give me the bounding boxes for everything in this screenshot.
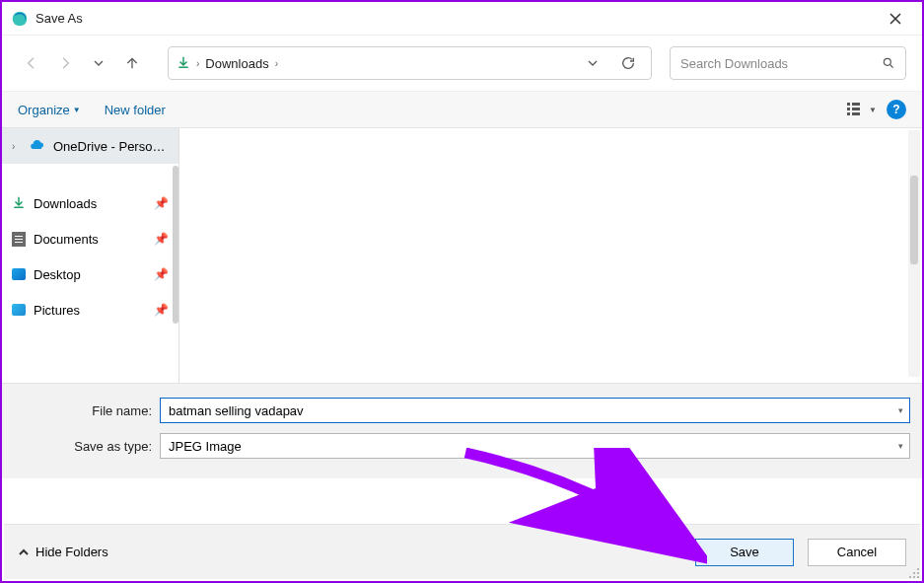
download-icon [12,195,26,212]
download-folder-icon [177,55,190,72]
save-type-combobox[interactable]: JPEG Image ▾ [160,433,910,459]
sidebar-item-desktop[interactable]: Desktop 📌 [2,256,178,292]
view-icon [847,103,863,116]
hide-folders-button[interactable]: Hide Folders [18,545,108,559]
save-button[interactable]: Save [695,539,794,566]
breadcrumb-location[interactable]: Downloads [205,56,268,71]
save-type-label: Save as type: [14,439,152,454]
svg-point-1 [884,58,890,65]
sidebar-item-label: OneDrive - Personal [53,139,169,154]
sidebar-scrollbar[interactable] [173,166,178,324]
desktop-icon [12,268,26,280]
sidebar-item-pictures[interactable]: Pictures 📌 [2,292,178,328]
up-button[interactable] [118,49,146,77]
expand-chevron-icon[interactable]: › [12,141,22,152]
search-icon [882,56,895,70]
filename-label: File name: [14,403,152,418]
back-button[interactable] [18,49,45,77]
search-box[interactable] [670,46,906,80]
window-title: Save As [36,11,873,26]
sidebar-item-label: Downloads [34,196,146,211]
organize-label: Organize [18,103,70,117]
document-icon [12,232,26,247]
pin-icon: 📌 [154,196,169,210]
cloud-icon [30,139,45,154]
hide-folders-label: Hide Folders [36,545,108,559]
new-folder-button[interactable]: New folder [105,103,166,117]
filename-input[interactable] [161,403,909,418]
help-button[interactable]: ? [887,100,906,119]
address-bar[interactable]: › Downloads › [168,46,652,80]
dropdown-caret-icon: ▼ [869,106,877,114]
organize-menu[interactable]: Organize ▼ [18,103,81,117]
search-input[interactable] [680,56,882,71]
pin-icon: 📌 [154,303,169,317]
pin-icon: 📌 [154,232,169,246]
address-history-button[interactable] [578,48,607,78]
breadcrumb-chevron-icon: › [196,58,199,69]
pictures-icon [12,304,26,316]
sidebar-item-label: Pictures [34,303,146,318]
save-type-value: JPEG Image [161,439,249,454]
resize-grip[interactable] [908,567,920,579]
refresh-button[interactable] [613,48,643,78]
dropdown-caret-icon: ▼ [73,106,81,114]
sidebar-item-label: Documents [34,232,146,247]
forward-button[interactable] [51,49,79,77]
recent-locations-button[interactable] [85,49,112,77]
cancel-button[interactable]: Cancel [808,539,906,566]
pin-icon: 📌 [154,267,169,281]
file-list-scrollbar[interactable] [908,130,920,377]
edge-app-icon [12,11,28,27]
sidebar-item-onedrive[interactable]: › OneDrive - Personal [2,128,178,164]
close-button[interactable] [873,2,918,35]
dropdown-caret-icon[interactable]: ▾ [898,441,903,451]
filename-combobox[interactable]: ▾ [160,398,910,423]
view-options-button[interactable]: ▼ [847,103,877,116]
file-list-pane[interactable] [179,128,922,383]
breadcrumb-chevron-icon: › [275,58,278,69]
folder-tree[interactable]: › OneDrive - Personal Downloads 📌 Docume… [2,128,179,383]
sidebar-item-downloads[interactable]: Downloads 📌 [2,185,178,221]
sidebar-item-label: Desktop [34,267,146,282]
sidebar-item-documents[interactable]: Documents 📌 [2,221,178,256]
